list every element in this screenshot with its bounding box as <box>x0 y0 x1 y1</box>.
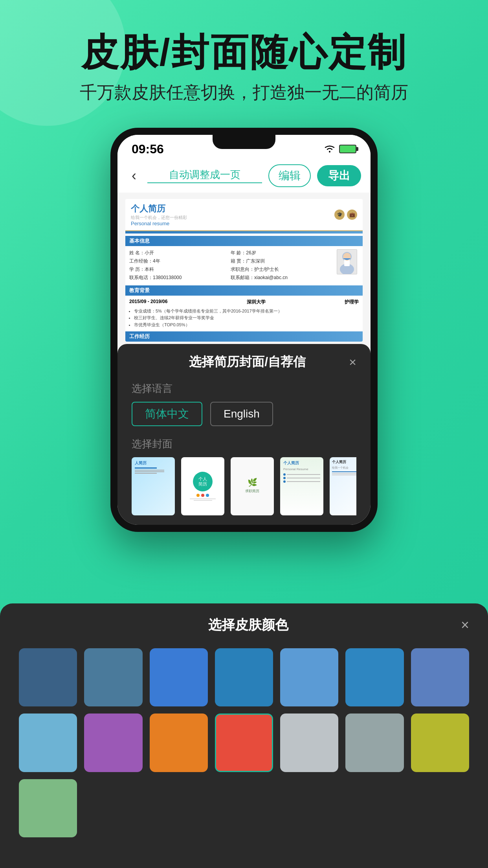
c5-line1 <box>332 471 356 472</box>
cover-selection-sheet: 选择简历封面/自荐信 × 选择语言 简体中文 English 选择封面 人简历 <box>117 344 371 525</box>
color-swatch-10[interactable] <box>150 714 208 772</box>
info-grid: 姓 名：小开 年 龄：26岁 工作经验：4年 籍 贯：广东深圳 学 历：本科 求… <box>125 248 335 283</box>
back-button[interactable]: ‹ <box>127 166 141 186</box>
export-button[interactable]: 导出 <box>317 165 361 186</box>
cover-2-line1 <box>190 498 216 499</box>
edit-button[interactable]: 编辑 <box>268 164 311 187</box>
color-swatch-1[interactable] <box>19 648 77 706</box>
cover-1-line1 <box>135 467 157 469</box>
info-phone: 联系电话：13800138000 <box>129 274 230 281</box>
c5-line2 <box>332 473 356 474</box>
edu-period: 2015/09 - 2019/06 <box>129 299 167 305</box>
edu-bullet-2: 校三好学生、连续2年获得专业一等奖学金 <box>134 314 359 322</box>
cover-item-1[interactable]: 人简历 <box>132 457 175 515</box>
cover-sheet-header: 选择简历封面/自荐信 × <box>132 353 356 371</box>
dot-orange <box>196 494 200 497</box>
color-swatch-7[interactable] <box>411 648 469 706</box>
color-swatch-8[interactable] <box>19 714 77 772</box>
edu-bullets: 专业成绩：5%（每个学年成绩排名专业前三，其中2016-2017学年排名第一） … <box>125 307 363 330</box>
cover-item-4[interactable]: 个人简历 Personal Resume <box>280 457 323 515</box>
sub-title: 千万款皮肤任意切换，打造独一无二的简历 <box>0 81 488 104</box>
resume-icon-grad: 🎓 <box>334 210 345 220</box>
phone-wrapper: 09:56 ‹ 自动调整成一页 编辑 导出 <box>0 128 488 532</box>
auto-adjust-button[interactable]: 自动调整成一页 <box>147 168 262 183</box>
status-icons <box>324 145 356 153</box>
edu-bullet-1: 专业成绩：5%（每个学年成绩排名专业前三，其中2016-2017学年排名第一） <box>134 308 359 315</box>
cover-2-dots <box>196 494 209 497</box>
cover-1-line4 <box>135 473 157 474</box>
nav-bar: ‹ 自动调整成一页 编辑 导出 <box>117 160 371 193</box>
header-section: 皮肤/封面随心定制 千万款皮肤任意切换，打造独一无二的简历 <box>0 0 488 120</box>
info-email: 联系邮箱：xiaokai@abc.cn <box>231 274 331 281</box>
color-swatch-5[interactable] <box>280 648 338 706</box>
color-swatch-3[interactable] <box>150 648 208 706</box>
color-swatch-12[interactable] <box>280 714 338 772</box>
cover-4-lines <box>283 473 320 483</box>
cover-4-row2 <box>283 477 320 479</box>
edu-row: 2015/09 - 2019/06 深圳大学 护理学 <box>125 297 363 307</box>
info-name: 姓 名：小开 <box>129 249 230 257</box>
cover-4-sublabel: Personal Resume <box>283 467 320 471</box>
resume-card: 个人简历 给我一个机会，还您一份精彩 Personal resume 🎓 💼 基… <box>125 199 363 342</box>
main-title: 皮肤/封面随心定制 <box>0 31 488 73</box>
dot-red <box>201 494 204 497</box>
c5-line3 <box>332 474 356 475</box>
resume-title-en: Personal resume <box>131 221 334 226</box>
cover-3-text: 求职简历 <box>245 489 259 494</box>
blue-divider <box>125 231 363 234</box>
line-2 <box>287 478 320 478</box>
phone-screen: 09:56 ‹ 自动调整成一页 编辑 导出 <box>117 135 371 525</box>
color-grid-row1 <box>19 648 469 706</box>
language-section-label: 选择语言 <box>132 382 356 395</box>
lang-zh-button[interactable]: 简体中文 <box>132 402 202 426</box>
section-education: 教育背景 <box>125 285 363 296</box>
cover-2-circle: 个人简历 <box>193 472 213 491</box>
color-swatch-2[interactable] <box>84 648 142 706</box>
cover-item-3[interactable]: 🌿 求职简历 <box>231 457 274 515</box>
battery-icon <box>339 145 356 153</box>
color-swatch-15[interactable] <box>19 779 77 837</box>
cover-2-text: 个人简历 <box>198 476 207 487</box>
dot-1 <box>283 473 286 476</box>
color-swatch-4[interactable] <box>215 648 273 706</box>
info-intent: 求职意向：护士/护士长 <box>231 266 331 273</box>
color-swatch-6[interactable] <box>345 648 404 706</box>
skin-close-button[interactable]: × <box>461 617 469 633</box>
cover-section-label: 选择封面 <box>132 437 356 451</box>
cover-item-2[interactable]: 个人简历 <box>181 457 224 515</box>
info-exp: 工作经验：4年 <box>129 257 230 265</box>
color-swatch-14[interactable] <box>411 714 469 772</box>
cover-1-line2 <box>135 470 164 471</box>
resume-header-icons: 🎓 💼 <box>334 210 357 220</box>
lang-en-button[interactable]: English <box>210 402 273 426</box>
cover-close-button[interactable]: × <box>349 355 356 370</box>
cover-1-line3 <box>135 471 164 472</box>
cover-5-sublabel: 给我一个机会 <box>332 466 356 470</box>
resume-photo <box>337 249 357 274</box>
color-swatch-13[interactable] <box>345 714 404 772</box>
skin-color-sheet: 选择皮肤颜色 × <box>0 603 488 868</box>
color-swatch-9[interactable] <box>84 714 142 772</box>
cover-4-label: 个人简历 <box>283 460 320 466</box>
resume-title-zh: 个人简历 <box>131 203 334 215</box>
line-1 <box>287 474 320 475</box>
resume-title-sub: 给我一个机会，还您一份精彩 <box>131 215 334 221</box>
cover-1-label: 人简历 <box>135 460 172 466</box>
dot-3 <box>283 480 286 483</box>
resume-header: 个人简历 给我一个机会，还您一份精彩 Personal resume 🎓 💼 <box>125 199 363 231</box>
cover-3-lines <box>249 494 255 502</box>
cover-item-5[interactable]: 个人简历 给我一个机会 <box>330 457 356 515</box>
edu-school: 深圳大学 <box>247 299 266 305</box>
cover-4-row3 <box>283 480 320 483</box>
skin-sheet-title: 选择皮肤颜色 <box>36 616 461 634</box>
resume-preview: 个人简历 给我一个机会，还您一份精彩 Personal resume 🎓 💼 基… <box>117 193 371 348</box>
status-time: 09:56 <box>132 142 164 156</box>
dot-blue <box>206 494 209 497</box>
skin-sheet-header: 选择皮肤颜色 × <box>19 616 469 634</box>
resume-icon-work: 💼 <box>347 210 357 220</box>
section-basic-info: 基本信息 <box>125 236 363 246</box>
color-swatch-11[interactable] <box>215 714 273 772</box>
section-work: 工作经历 <box>125 331 363 342</box>
person-avatar <box>337 250 357 274</box>
resume-info-section: 姓 名：小开 年 龄：26岁 工作经验：4年 籍 贯：广东深圳 学 历：本科 求… <box>125 248 363 283</box>
